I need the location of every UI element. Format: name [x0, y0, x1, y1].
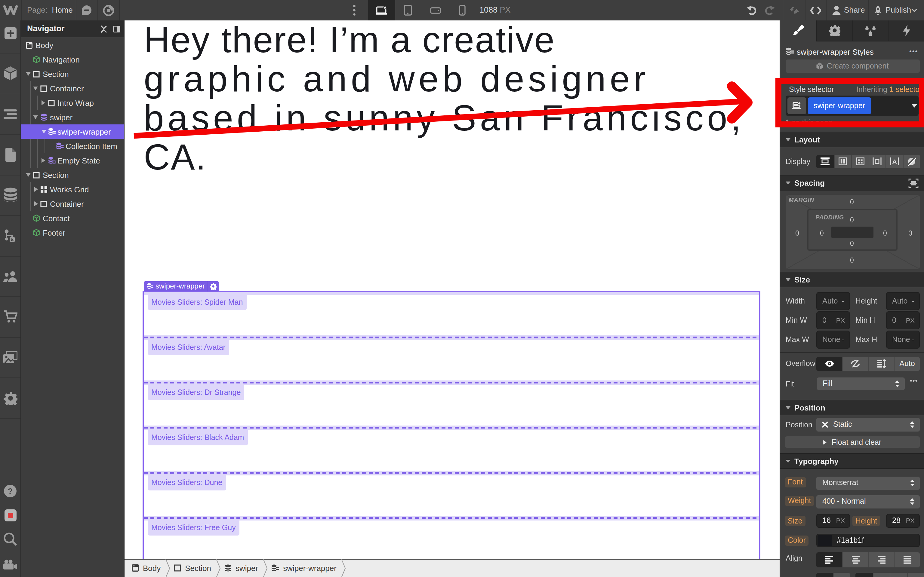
svg-text:?: ?	[8, 487, 13, 496]
svg-text:A: A	[892, 158, 897, 165]
